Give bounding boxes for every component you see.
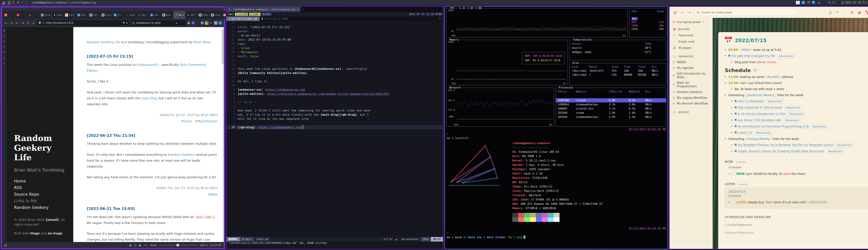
bookmark-tag-chip[interactable]: #bookmark [835, 143, 854, 148]
later-task[interactable]: LATERmaybe buy Toem since it's on sale u… [728, 200, 868, 205]
browser-tab[interactable]: Over [125, 11, 136, 19]
bookmark-link[interactable]: the joke that changed my life [728, 54, 775, 58]
journal-bullet[interactable]: blog post from Derek Sivers [731, 60, 868, 65]
page-ref[interactable]: [[JavaScript Weekly]] [745, 93, 776, 97]
rewind-button[interactable]: ⇤ [15, 21, 19, 25]
blog-nav-link[interactable]: Home [14, 179, 66, 183]
extension-purple-icon[interactable]: O [191, 21, 195, 25]
logseq-search[interactable] [694, 9, 796, 15]
browser-tab[interactable]: (*) [113, 11, 124, 19]
bookmark-tag-chip[interactable]: #bookmark [777, 54, 795, 59]
inline-link[interactable]: Brian Wisti [194, 40, 211, 44]
steam-tray-icon[interactable]: ◉ [817, 1, 820, 4]
browser-tab[interactable]: Clem [198, 11, 210, 19]
journal-calendar-icon[interactable]: July 17 [725, 37, 732, 44]
bookmark-dropdown-icon[interactable]: ▾ [126, 21, 128, 25]
fast-forward-button[interactable]: ⇥ [20, 21, 25, 25]
bookmark-link[interactable]: Go Template Preview: An In-Browser Tool … [735, 143, 833, 147]
favorite-page-link[interactable]: 🗎My Agenda [673, 66, 710, 70]
bookmark-tag-chip[interactable]: #bookmark [783, 118, 801, 123]
inline-link[interactable]: Random Geekery [168, 153, 195, 156]
inline-link[interactable]: Brian Wisti [201, 186, 218, 190]
nushell-terminal[interactable]: 07/15/2022 03:02:26 PM ~ nu ❯ neofetch r… [445, 127, 668, 249]
nav-forward-icon[interactable]: → [687, 10, 692, 15]
process-header[interactable]: CPU%(c)▼ [609, 90, 629, 94]
vim-tab-close[interactable]: X [437, 17, 443, 20]
browser-tab[interactable]: rclo [149, 11, 161, 19]
zoom-reset-button[interactable]: Reset [150, 244, 157, 247]
logseq-search-input[interactable] [701, 10, 785, 14]
journal-bullet[interactable]: Interesting [[Golang Weekly]] links for … [725, 136, 868, 141]
page-ref[interactable]: [[Nushell]] [765, 75, 781, 79]
telegram-tray-icon[interactable]: ➤ [802, 1, 805, 4]
favorite-page-link[interactable]: 🗎INDEX [673, 60, 710, 64]
tray-app-icon[interactable] [812, 1, 815, 4]
tab-close-icon[interactable]: × [182, 14, 184, 16]
favorite-page-link[interactable]: 🗎My Neovim Workflow [673, 102, 710, 105]
left-sidebar-toggle-icon[interactable]: ▥ [673, 10, 678, 15]
site-info-icon[interactable]: ⓘ [42, 21, 45, 25]
extension-grid-icon[interactable] [205, 21, 209, 25]
bullet-dot[interactable] [731, 88, 732, 90]
bullet-dot[interactable] [731, 61, 732, 63]
browser-tab[interactable]: Rofi [76, 11, 88, 19]
tag-link[interactable]: #Now [208, 192, 218, 196]
graph-selector[interactable]: ⛁ my-logseq-graph ▾ [673, 20, 710, 24]
bullet-dot[interactable] [731, 151, 732, 152]
inline-link[interactable]: Brian Wisti [201, 113, 218, 117]
bullet-dot[interactable] [731, 107, 732, 108]
journal-heading[interactable]: Scheduleh1 [725, 67, 868, 73]
profile-avatar[interactable]: ◉ [187, 21, 190, 25]
sidebar-item-journals[interactable]: ▦Journals [673, 27, 710, 31]
blog-nav-link[interactable]: Source Repo [14, 192, 66, 196]
disk-header[interactable]: R/s [652, 65, 664, 69]
volume-widget[interactable]: 3% [829, 1, 835, 4]
journal-bullet[interactable]: the joke that changed my life#bookmark [725, 54, 868, 59]
inline-link[interactable]: EndeavourOS [136, 63, 158, 66]
extension-blue-icon[interactable]: ◷ [200, 21, 204, 25]
reload-button[interactable]: ↻ [26, 21, 30, 25]
task-checkbox[interactable] [732, 172, 735, 175]
graph-icon[interactable]: ∴ [842, 10, 847, 15]
clipboard-extension-icon[interactable]: ⎘ [214, 21, 218, 25]
vim-buffer[interactable]: 25---24title: "[2022-07-15 Fri 15:15]"23… [226, 21, 443, 237]
downloads-panel-icon[interactable]: ↓ [3, 35, 5, 37]
bookmark-tag-chip[interactable]: #bookmark [787, 112, 805, 117]
tag-link[interactable]: #MyComputer [195, 119, 218, 123]
later-query-header[interactable]: LATER 1 results [725, 182, 868, 186]
disk-header[interactable]: Free [624, 65, 638, 69]
favorite-page-link[interactable]: 🗎My Logseq Workflow [673, 96, 710, 99]
process-row[interactable]: 1585300rclone5.0%0.2%0B/s [556, 98, 666, 102]
workspace-4[interactable]: 4 [20, 1, 24, 4]
history-panel-icon[interactable]: ◷ [3, 40, 5, 43]
journal-date-title[interactable]: 2022/07/15 [735, 37, 767, 43]
bullet-dot[interactable] [725, 49, 726, 50]
favorite-page-link[interactable]: 🗎Random Geekery [673, 90, 710, 94]
ox-hugo-link[interactable]: ox-hugo [48, 231, 62, 235]
tmux-window[interactable]: 1:just# [235, 13, 248, 16]
plugins-icon[interactable]: ⊞ [850, 10, 855, 15]
blog-nav-link[interactable]: Random Geekery [14, 205, 66, 210]
bullet-dot[interactable] [725, 76, 726, 77]
journal-bullet[interactable]: Vite explained in 100 seconds#bookmark [731, 105, 868, 110]
disk-header[interactable]: Total [638, 65, 652, 69]
browser-tab[interactable]: My f [137, 11, 149, 19]
cpu-legend-row[interactable]: CPU128% [629, 27, 666, 31]
process-header[interactable]: PID(p) [558, 90, 576, 94]
bookmark-link[interactable]: Luxon 3.0 [735, 131, 752, 134]
sidebar-item-all-pages[interactable]: ▤All pages [673, 46, 710, 50]
cpu-legend-row[interactable]: CPU020% [629, 24, 666, 27]
journal-bullet[interactable]: 11:09: looking up some [[Nushell]] silli… [725, 74, 868, 79]
back-button[interactable]: ← [4, 21, 8, 25]
workspace-2[interactable]: 2 [11, 1, 16, 4]
bullet-dot[interactable] [731, 144, 732, 146]
search-go-icon[interactable]: ▸ [176, 21, 178, 25]
disk-header[interactable]: Disk [572, 65, 589, 69]
bullet-dot[interactable] [731, 132, 732, 133]
scheduled-deadline-section[interactable]: SCHEDULED AND DEADLINE [725, 215, 868, 219]
bookmark-link[interactable]: Vite 3.0 Released [735, 99, 764, 103]
process-row[interactable]: 1490964steamwebhelper3.1%3.0%0B/s [556, 102, 666, 106]
zoom-slider[interactable] [159, 245, 197, 246]
unlinked-references-section[interactable]: Unlinked References [725, 231, 868, 235]
search-input[interactable] [136, 21, 175, 25]
